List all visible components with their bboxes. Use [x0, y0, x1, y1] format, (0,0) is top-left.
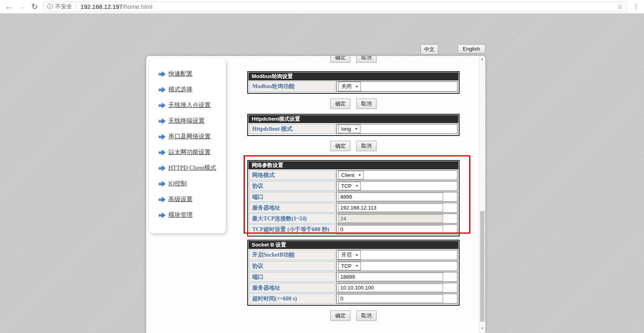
sidebar-item[interactable]: 模式选择: [149, 82, 226, 97]
dropdown-select[interactable]: 开启▼: [338, 250, 361, 260]
text-input[interactable]: [338, 225, 443, 234]
form-row: 端口: [249, 272, 458, 282]
ok-button[interactable]: 确定: [330, 99, 350, 109]
sidebar-link[interactable]: 快速配置: [168, 70, 193, 78]
field-label: 超时时间(<=600 s): [249, 294, 335, 304]
sidebar-link[interactable]: 串口及网络设置: [168, 133, 211, 140]
sidebar-menu: 快速配置模式选择无线接入点设置无线终端设置串口及网络设置以太网功能设置HTTPD…: [149, 59, 226, 233]
reload-icon[interactable]: ↻: [31, 3, 38, 10]
ok-button[interactable]: 确定: [330, 141, 350, 151]
text-input[interactable]: [338, 204, 443, 212]
dropdown-select[interactable]: long▼: [338, 125, 360, 133]
sidebar-item[interactable]: 模块管理: [149, 207, 226, 223]
security-label: 不安全: [55, 3, 72, 10]
back-icon[interactable]: ←: [5, 3, 12, 10]
field-value-cell: [336, 224, 458, 234]
field-label: 端口: [249, 192, 335, 202]
forward-icon: →: [18, 3, 26, 10]
field-label: 协议: [249, 181, 335, 191]
sidebar-item[interactable]: 无线终端设置: [149, 113, 226, 129]
field-label: 端口: [249, 272, 335, 282]
scroll-up-icon[interactable]: ▲: [479, 56, 485, 62]
sidebar-item[interactable]: HTTPD Client模式: [149, 160, 226, 176]
cancel-button[interactable]: 取消: [356, 56, 377, 63]
url-divider: [76, 4, 77, 10]
bookmark-star-icon[interactable]: ☆: [617, 2, 623, 11]
language-english-button[interactable]: English: [458, 44, 485, 53]
form-row: Httpdclient 模式long▼: [249, 124, 458, 134]
dropdown-select[interactable]: TCP▼: [338, 182, 361, 190]
sidebar-item[interactable]: 无线接入点设置: [149, 97, 226, 113]
url-host: 192.168.12.197: [81, 3, 122, 10]
field-label: Httpdclient 模式: [249, 124, 335, 134]
form-row: TCP超时设置 (小于等于600 秒): [249, 224, 458, 234]
form-row: 最大TCP连接数(1~24): [249, 214, 458, 224]
sidebar-link[interactable]: 模块管理: [168, 211, 193, 219]
sidebar-link[interactable]: 模式选择: [168, 86, 193, 93]
sidebar-link[interactable]: HTTPD Client模式: [168, 164, 216, 172]
cancel-button[interactable]: 取消: [356, 141, 377, 151]
blue-arrow-icon: [159, 165, 166, 171]
sidebar-link[interactable]: 高级设置: [168, 195, 193, 203]
sidebar-item[interactable]: 以太网功能设置: [149, 144, 226, 160]
sidebar-item[interactable]: 快速配置: [149, 66, 226, 82]
field-label: 开启SocketB功能: [249, 250, 335, 260]
dropdown-value: 开启: [341, 251, 352, 259]
field-label: 网络模式: [249, 170, 335, 180]
text-input[interactable]: [338, 294, 443, 303]
cancel-button[interactable]: 取消: [356, 310, 377, 321]
sidebar-link[interactable]: 无线接入点设置: [168, 101, 211, 109]
dropdown-arrow-icon: ▼: [355, 253, 358, 257]
form-row: 协议TCP▼: [249, 261, 458, 271]
page-background: 中文 English 快速配置模式选择无线接入点设置无线终端设置串口及网络设置以…: [0, 14, 644, 333]
form-row: 服务器地址: [249, 203, 458, 213]
section-httpdclient-mode: Httpdclient模式设置 Httpdclient 模式long▼: [247, 114, 460, 136]
section-title: Modbus轮询设置: [248, 72, 458, 80]
sidebar-item[interactable]: 高级设置: [149, 191, 226, 207]
blue-arrow-icon: [159, 87, 166, 92]
dropdown-select[interactable]: 关闭▼: [338, 82, 361, 91]
sidebar-item[interactable]: 串口及网络设置: [149, 129, 226, 144]
sidebar-item[interactable]: IO控制: [149, 176, 226, 191]
form-row: 端口: [249, 192, 458, 202]
field-label: 服务器地址: [249, 203, 335, 213]
text-input[interactable]: [338, 214, 443, 223]
cancel-button[interactable]: 取消: [356, 99, 377, 109]
button-row-top: 确定 取消: [247, 56, 460, 63]
scrollbar-thumb[interactable]: [480, 211, 485, 322]
sidebar-link[interactable]: 无线终端设置: [168, 117, 205, 125]
field-value-cell: 开启▼: [336, 250, 458, 260]
field-label: 协议: [249, 261, 335, 271]
form-row: 网络模式Client▼: [249, 170, 458, 180]
dropdown-value: long: [341, 126, 351, 132]
sidebar-link[interactable]: 以太网功能设置: [168, 148, 211, 156]
dropdown-value: 关闭: [341, 83, 352, 90]
dropdown-value: Client: [341, 172, 354, 178]
field-label: TCP超时设置 (小于等于600 秒): [249, 224, 335, 234]
info-icon[interactable]: ⓘ: [47, 3, 53, 10]
language-chinese-button[interactable]: 中文: [420, 44, 438, 55]
button-row-bottom: 确定 取消: [247, 310, 460, 321]
field-value-cell: Client▼: [336, 170, 458, 180]
ok-button[interactable]: 确定: [330, 310, 350, 321]
blue-arrow-icon: [159, 150, 166, 155]
scrollbar[interactable]: ▲ ▼: [479, 56, 485, 333]
browser-menu-icon[interactable]: ⋮: [632, 2, 639, 11]
sidebar-link[interactable]: IO控制: [168, 180, 187, 187]
dropdown-select[interactable]: TCP▼: [338, 262, 361, 270]
text-input[interactable]: [338, 273, 443, 281]
ok-button[interactable]: 确定: [330, 56, 350, 63]
blue-arrow-icon: [159, 197, 166, 202]
dropdown-arrow-icon: ▼: [355, 184, 358, 188]
url-text[interactable]: 192.168.12.197/home.html: [81, 3, 152, 10]
field-value-cell: [336, 214, 458, 224]
blue-arrow-icon: [159, 118, 166, 124]
field-value-cell: TCP▼: [336, 181, 458, 191]
blue-arrow-icon: [159, 103, 166, 108]
form-row: 协议TCP▼: [249, 181, 458, 191]
address-bar[interactable]: ⓘ 不安全 192.168.12.197/home.html ☆: [43, 2, 627, 12]
text-input[interactable]: [338, 193, 443, 201]
scroll-down-icon[interactable]: ▼: [479, 325, 485, 332]
dropdown-select[interactable]: Client▼: [338, 171, 364, 179]
text-input[interactable]: [338, 284, 443, 292]
